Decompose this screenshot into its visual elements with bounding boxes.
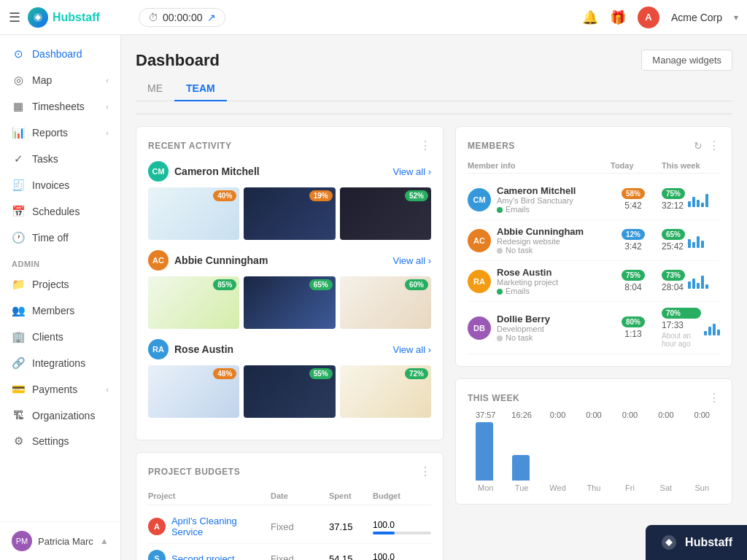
sidebar-item-invoices[interactable]: 🧾 Invoices bbox=[0, 172, 120, 198]
manage-widgets-button[interactable]: Manage widgets bbox=[641, 50, 732, 71]
budget-type-1: Fixed bbox=[271, 521, 329, 532]
user-info-rose: RA Rose Austin bbox=[148, 339, 233, 359]
member-row-abbie: AC Abbie Cunningham Redesign website No … bbox=[468, 220, 720, 261]
sidebar-item-clients[interactable]: 🏢 Clients bbox=[0, 324, 120, 350]
screenshot-cameron-3[interactable]: 52% bbox=[340, 187, 431, 240]
screenshot-abbie-2[interactable]: 65% bbox=[244, 276, 335, 329]
topbar-right: 🔔 🎁 A Acme Corp ▾ bbox=[582, 7, 738, 28]
user-activity-cameron: CM Cameron Mitchell View all › 40% 19% bbox=[148, 161, 431, 240]
sidebar-label-members: Members bbox=[32, 305, 109, 316]
sidebar-item-payments[interactable]: 💳 Payments ‹ bbox=[0, 376, 120, 402]
refresh-icon[interactable]: ↻ bbox=[694, 140, 703, 152]
view-all-rose[interactable]: View all › bbox=[392, 344, 431, 355]
user-name-cameron: Cameron Mitchell bbox=[174, 166, 260, 177]
day-label-wed: Wed bbox=[540, 483, 576, 492]
week-time-1: 16:26 bbox=[503, 411, 539, 419]
project-budgets-menu-icon[interactable]: ⋮ bbox=[419, 464, 431, 478]
bar-1 bbox=[688, 281, 691, 289]
stat-card-worked-today: WORKED TODAY 16:08:10 ▼ 21:48:28 ⋮ bbox=[285, 114, 434, 114]
view-all-abbie[interactable]: View all › bbox=[392, 255, 431, 266]
week-bar-fri bbox=[614, 422, 647, 481]
member-status-text-rose: Emails bbox=[506, 287, 530, 295]
sidebar-item-settings[interactable]: ⚙ Settings bbox=[0, 428, 120, 454]
sidebar-item-timesheets[interactable]: ▦ Timesheets ‹ bbox=[0, 93, 120, 120]
sidebar-item-dashboard[interactable]: ⊙ Dashboard bbox=[0, 41, 120, 67]
timesheets-icon: ▦ bbox=[12, 100, 25, 113]
sidebar-item-members[interactable]: 👥 Members bbox=[0, 298, 120, 324]
timer-clock-icon: ⏱ bbox=[148, 12, 158, 23]
sidebar-item-schedules[interactable]: 📅 Schedules bbox=[0, 198, 120, 225]
sidebar-nav: ⊙ Dashboard ◎ Map ‹ ▦ Timesheets ‹ 📊 Rep… bbox=[0, 35, 120, 521]
day-label-tue: Tue bbox=[503, 483, 539, 492]
recent-activity-menu-icon[interactable]: ⋮ bbox=[419, 139, 431, 152]
screenshot-badge-abbie-3: 60% bbox=[405, 279, 428, 290]
week-bars bbox=[468, 422, 720, 481]
timer-area[interactable]: ⏱ 00:00:00 ↗ bbox=[139, 8, 225, 27]
user-name-rose: Rose Austin bbox=[174, 343, 233, 355]
sidebar-label-payments: Payments bbox=[32, 384, 98, 395]
company-chevron-icon[interactable]: ▾ bbox=[734, 12, 738, 23]
screenshot-rose-3[interactable]: 72% bbox=[340, 365, 431, 418]
sidebar-expand-icon[interactable]: ▲ bbox=[100, 536, 109, 546]
members-card-header: MEMBERS ↻ ⋮ bbox=[468, 139, 720, 152]
members-menu-icon[interactable]: ⋮ bbox=[708, 139, 720, 152]
sidebar-item-map[interactable]: ◎ Map ‹ bbox=[0, 67, 120, 93]
hubstaff-branding: Hubstaff bbox=[646, 525, 747, 560]
hamburger-icon[interactable]: ☰ bbox=[9, 9, 20, 26]
hubstaff-corner-text: Hubstaff bbox=[685, 536, 732, 549]
sidebar-label-settings: Settings bbox=[32, 435, 109, 447]
sidebar-label-timesheets: Timesheets bbox=[32, 101, 98, 112]
bell-icon[interactable]: 🔔 bbox=[582, 9, 598, 26]
sidebar-item-projects[interactable]: 📁 Projects bbox=[0, 271, 120, 298]
member-name-dollie: Dollie Berry bbox=[497, 314, 550, 324]
this-week-menu-icon[interactable]: ⋮ bbox=[708, 391, 720, 405]
user-avatar[interactable]: A bbox=[638, 7, 659, 28]
screenshot-rose-2[interactable]: 55% bbox=[244, 365, 335, 418]
view-all-cameron[interactable]: View all › bbox=[392, 166, 431, 177]
timer-expand-icon[interactable]: ↗ bbox=[207, 12, 216, 23]
member-details-cameron: Cameron Mitchell Amy's Bird Sanctuary Em… bbox=[497, 185, 576, 214]
sidebar-item-organizations[interactable]: 🏗 Organizations bbox=[0, 402, 120, 428]
tab-me[interactable]: ME bbox=[136, 77, 174, 101]
budget-project-1[interactable]: A April's Cleaning Service bbox=[148, 516, 271, 537]
screenshot-abbie-1[interactable]: 85% bbox=[148, 276, 239, 329]
week-bar-mon bbox=[468, 422, 501, 481]
bar-3 bbox=[697, 236, 700, 248]
day-label-sat: Sat bbox=[648, 483, 684, 492]
week-bar-sat bbox=[650, 422, 684, 481]
organizations-icon: 🏗 bbox=[12, 409, 25, 421]
recent-activity-title: RECENT ACTIVITY bbox=[148, 141, 231, 151]
member-name-rose: Rose Austin bbox=[497, 267, 558, 278]
budget-budget-2: 100.0 bbox=[373, 552, 395, 561]
gift-icon[interactable]: 🎁 bbox=[610, 9, 626, 26]
budget-budget-1: 100.0 bbox=[373, 520, 395, 530]
bar-2 bbox=[692, 242, 695, 248]
tab-team[interactable]: TEAM bbox=[174, 77, 227, 101]
sidebar-label-clients: Clients bbox=[32, 331, 109, 343]
recent-activity-card: RECENT ACTIVITY ⋮ CM Cameron Mitchell Vi… bbox=[136, 126, 444, 440]
screenshot-abbie-3[interactable]: 60% bbox=[340, 276, 431, 329]
hubstaff-logo-icon bbox=[660, 534, 678, 551]
map-chevron-icon: ‹ bbox=[106, 76, 109, 85]
tasks-icon: ✓ bbox=[12, 152, 25, 166]
left-column: RECENT ACTIVITY ⋮ CM Cameron Mitchell Vi… bbox=[136, 126, 444, 560]
sidebar-item-reports[interactable]: 📊 Reports ‹ bbox=[0, 120, 120, 146]
sidebar-item-integrations[interactable]: 🔗 Integrations bbox=[0, 350, 120, 376]
budget-project-name-1: April's Cleaning Service bbox=[171, 516, 271, 537]
budget-project-2[interactable]: S Second project bbox=[148, 550, 271, 560]
member-details-dollie: Dollie Berry Development No task bbox=[497, 314, 550, 342]
screenshot-cameron-1[interactable]: 40% bbox=[148, 187, 239, 240]
sidebar-item-tasks[interactable]: ✓ Tasks bbox=[0, 146, 120, 172]
member-info-rose: RA Rose Austin Marketing project Emails bbox=[468, 267, 605, 295]
sidebar-item-timeoff[interactable]: 🕐 Time off bbox=[0, 225, 120, 251]
project-budgets-title: PROJECT BUDGETS bbox=[148, 467, 240, 477]
reports-icon: 📊 bbox=[12, 126, 25, 139]
budget-col-spent: Spent bbox=[329, 491, 373, 500]
members-actions: ↻ ⋮ bbox=[694, 139, 720, 152]
week-bar-thu bbox=[577, 422, 611, 481]
user-row-rose: RA Rose Austin View all › bbox=[148, 339, 431, 359]
clients-icon: 🏢 bbox=[12, 330, 25, 343]
members-col-info: Member info bbox=[468, 161, 611, 170]
screenshot-cameron-2[interactable]: 19% bbox=[244, 187, 335, 240]
screenshot-rose-1[interactable]: 48% bbox=[148, 365, 239, 418]
